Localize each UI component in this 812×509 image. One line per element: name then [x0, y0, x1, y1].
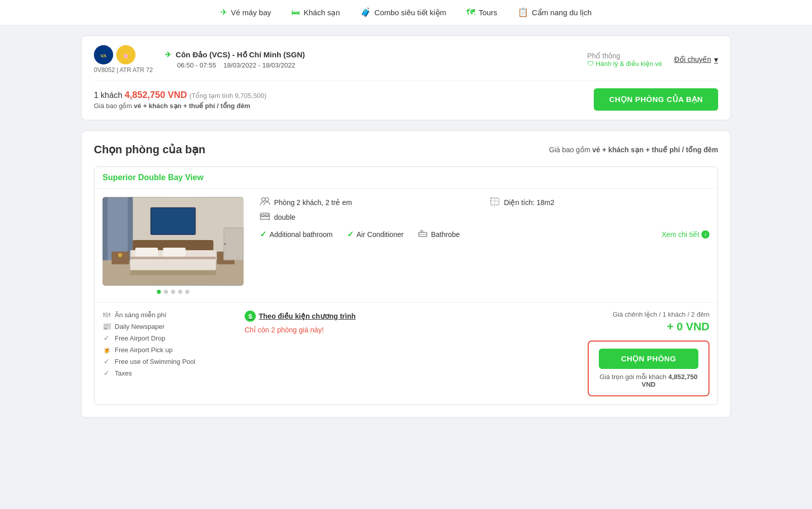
nav-tours-label: Tours	[479, 8, 497, 17]
amenity-newspaper: 📰 Daily Newspaper	[103, 322, 224, 330]
flight-times: 06:50 - 07:55 18/03/2022 - 18/03/2022	[177, 61, 575, 69]
newspaper-icon: 📰	[103, 322, 111, 330]
combo-icon: 🧳	[360, 7, 371, 18]
airline-code: 0V8052 | ATR ATR 72	[94, 66, 153, 74]
airline-logos: VA 🌸	[94, 45, 153, 64]
section-title: Chọn phòng của bạn	[94, 143, 206, 156]
guide-icon: 📋	[518, 7, 528, 18]
checkmark-drop-icon: ✓	[103, 334, 111, 342]
beer-icon: 🍺	[103, 346, 111, 354]
svg-rect-15	[163, 248, 186, 258]
main-content: VA 🌸 0V8052 | ATR ATR 72 ✈ Côn Đảo (VCS)…	[71, 36, 741, 418]
dot-1[interactable]	[157, 290, 161, 294]
dot-3[interactable]	[171, 290, 175, 294]
room-card: Superior Double Bay View	[94, 166, 718, 405]
program-icon: $	[245, 311, 256, 322]
svg-point-24	[224, 243, 226, 245]
feature-area: Diện tích: 18m2	[490, 197, 709, 208]
nav-guide[interactable]: 📋 Cẩm nang du lịch	[518, 7, 592, 18]
svg-rect-30	[265, 215, 268, 217]
nav-flight-label: Vé máy bay	[231, 8, 271, 17]
baggage-link[interactable]: 🛡 Hành lý & điều kiện vé	[587, 60, 662, 67]
choose-header: Chọn phòng của bạn Giá bao gồm vé + khác…	[94, 143, 718, 156]
svg-rect-29	[261, 215, 264, 217]
price-includes: Giá bao gồm vé + khách sạn + thuế phí / …	[94, 102, 266, 110]
nav-hotel[interactable]: 🛏 Khách sạn	[291, 7, 340, 18]
price-row: 1 khách 4,852,750 VND (Tổng tạm tính 9,7…	[94, 88, 718, 111]
feature-guests-text: Phòng 2 khách, 2 trẻ em	[274, 198, 352, 207]
amenity-ac: ✓ Air Conditioner	[347, 229, 404, 239]
room-features: Phòng 2 khách, 2 trẻ em Diện tích: 18m2	[260, 197, 709, 222]
price-action: Giá chênh lệch / 1 khách / 2 đêm + 0 VND…	[588, 311, 709, 396]
flight-class: Phổ thông	[587, 52, 662, 60]
choose-room-section: Chọn phòng của bạn Giá bao gồm vé + khác…	[81, 130, 731, 418]
select-room-button[interactable]: CHỌN PHÒNG	[599, 349, 698, 369]
chevron-down-icon: ▾	[714, 55, 718, 64]
feature-area-text: Diện tích: 18m2	[504, 198, 554, 207]
dot-2[interactable]	[164, 290, 168, 294]
amenity-breakfast: 🍽 Ăn sáng miễn phí	[103, 311, 224, 319]
amenity-ac-label: Air Conditioner	[357, 230, 404, 239]
feature-bed-text: double	[274, 213, 295, 221]
svg-rect-14	[136, 248, 158, 258]
airline-logo-bamboo: 🌸	[116, 45, 136, 64]
room-bottom: 🍽 Ăn sáng miễn phí 📰 Daily Newspaper ✓ F…	[94, 302, 718, 404]
flight-divider	[94, 81, 718, 81]
svg-text:VA: VA	[100, 53, 107, 58]
svg-text:🌸: 🌸	[123, 53, 128, 58]
nav-guide-label: Cẩm nang du lịch	[532, 8, 592, 17]
room-image-dots	[103, 290, 244, 294]
flight-route: ✈ Côn Đảo (VCS) - Hồ Chí Minh (SGN) 06:5…	[165, 50, 575, 69]
svg-rect-21	[130, 270, 216, 276]
price-main: 1 khách 4,852,750 VND (Tổng tạm tính 9,7…	[94, 90, 266, 100]
nav-combo-label: Combo siêu tiết kiệm	[375, 8, 446, 17]
price-info: 1 khách 4,852,750 VND (Tổng tạm tính 9,7…	[94, 90, 266, 110]
see-detail-text: Xem chi tiết	[662, 230, 699, 239]
transfer-label: Đổi chuyến	[674, 55, 711, 63]
program-title: $ Theo điều kiện chương trình	[245, 311, 567, 322]
nav-flight[interactable]: ✈ Vé máy bay	[220, 7, 271, 18]
svg-rect-23	[224, 228, 243, 259]
feature-bed: double	[260, 212, 480, 222]
amenity-bathroom: ✓ Additional bathroom	[260, 229, 333, 239]
see-detail-link[interactable]: Xem chi tiết i	[662, 230, 709, 239]
flight-route-name: Côn Đảo (VCS) - Hồ Chí Minh (SGN)	[176, 50, 305, 59]
section-subtitle: Giá bao gồm vé + khách sạn + thuế phí / …	[549, 146, 718, 154]
airline-logo-vn: VA	[94, 45, 113, 64]
hotel-icon: 🛏	[291, 8, 300, 18]
checkmark-taxes-icon: ✓	[103, 369, 111, 377]
check-ac-icon: ✓	[347, 229, 354, 239]
transfer-button[interactable]: Đổi chuyến ▾	[674, 55, 718, 64]
svg-rect-16	[130, 257, 216, 259]
bed-icon	[260, 212, 270, 222]
amenity-swimming: ✓ Free use of Swimming Pool	[103, 357, 224, 365]
room-image-section	[94, 189, 252, 302]
dot-5[interactable]	[185, 290, 189, 294]
room-amenities: ✓ Additional bathroom ✓ Air Conditioner …	[260, 229, 709, 239]
nav-combo[interactable]: 🧳 Combo siêu tiết kiệm	[360, 7, 446, 18]
select-room-price: Giá trọn gói mỗi khách 4,852,750 VND	[599, 373, 698, 388]
price-diff-value: + 0 VND	[613, 320, 709, 333]
amenity-bathroom-label: Additional bathroom	[269, 230, 333, 239]
top-navigation: ✈ Vé máy bay 🛏 Khách sạn 🧳 Combo siêu ti…	[0, 0, 812, 25]
choose-room-button[interactable]: CHỌN PHÒNG CỦA BẠN	[594, 88, 718, 111]
room-details: Phòng 2 khách, 2 trẻ em Diện tích: 18m2	[252, 189, 718, 302]
info-icon: i	[701, 230, 709, 239]
dot-4[interactable]	[178, 290, 182, 294]
amenity-airport-drop: ✓ Free Airport Drop	[103, 334, 224, 342]
svg-point-26	[265, 198, 269, 201]
nav-tours[interactable]: 🗺 Tours	[466, 7, 497, 18]
program-section: $ Theo điều kiện chương trình Chỉ còn 2 …	[234, 311, 578, 396]
room-type-name: Superior Double Bay View	[103, 173, 204, 182]
amenity-taxes: ✓ Taxes	[103, 369, 224, 377]
price-total-info: (Tổng tạm tính 9,705,500)	[189, 92, 266, 99]
svg-rect-8	[103, 197, 108, 260]
checkmark-swim-icon: ✓	[103, 357, 111, 365]
plane-icon: ✈	[220, 7, 227, 18]
svg-point-25	[262, 198, 265, 201]
amenity-bathrobe-label: Bathrobe	[431, 230, 460, 239]
room-type-header: Superior Double Bay View	[94, 167, 718, 189]
bathrobe-icon	[418, 229, 428, 239]
area-icon	[490, 197, 500, 208]
svg-rect-11	[151, 208, 194, 234]
